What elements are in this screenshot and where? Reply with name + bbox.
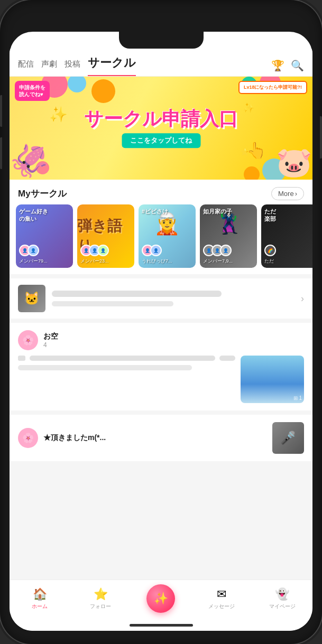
circle-card-3[interactable]: #ビビさけ 🧝 👤 👤 うれびっぴ7...: [139, 204, 196, 268]
home-indicator: [10, 619, 312, 631]
mascot-left-icon: 🦑: [10, 142, 49, 180]
post-1-body: ⊞ 1: [18, 356, 304, 403]
nav-item-tosho[interactable]: 投稿: [65, 59, 80, 73]
post-1-username: お空: [43, 332, 304, 341]
circle-cards-list: ゲーム好きの集い 👤 👤 メンバー79... 弾き語り 👤 👤 👤: [10, 204, 312, 274]
banner[interactable]: 申請条件を 読んでね♥ Lv18になったら申請可能?! ✨ ✨ ⭐ サークル申請…: [10, 77, 312, 180]
screen-content: 配信 声劇 投稿 サークル 🏆 🔍: [10, 49, 312, 580]
center-record-button[interactable]: ✨: [146, 584, 175, 613]
follow-icon: ⭐: [94, 587, 108, 601]
circle-card-3-title: #ビビさけ: [142, 208, 192, 215]
avatar: 👤: [150, 245, 162, 256]
my-circle-title: Myサークル: [18, 188, 67, 200]
nav-item-haishin[interactable]: 配信: [18, 59, 34, 73]
feed-item[interactable]: 🐱 ›: [10, 278, 312, 319]
circle-card-4-title: 如月家の子: [203, 208, 254, 215]
notch: [119, 32, 204, 49]
home-icon: 🏠: [33, 587, 47, 601]
follow-label: フォロー: [90, 603, 111, 610]
my-circle-section-header: Myサークル More ›: [10, 180, 312, 204]
circle-card-5-member: ただ: [264, 258, 274, 265]
post-item-1[interactable]: 🌸 お空 4: [10, 323, 312, 410]
nav-tab-home[interactable]: 🏠 ホーム: [25, 587, 54, 610]
post-1-header: 🌸 お空 4: [18, 330, 304, 350]
circle-card-2-avatars: 👤 👤 👤: [80, 245, 109, 256]
message-label: メッセージ: [208, 603, 235, 610]
circle-card-1-avatars: 👤 👤: [19, 245, 39, 256]
circle-card-5-avatars: 🌈: [264, 245, 276, 256]
nav-tab-message[interactable]: ✉ メッセージ: [207, 587, 236, 610]
circle-card-1[interactable]: ゲーム好きの集い 👤 👤 メンバー79...: [16, 204, 73, 268]
nav-item-seigeki[interactable]: 声劇: [41, 59, 57, 73]
header-nav: 配信 声劇 投稿 サークル: [18, 55, 136, 76]
post-1-user-info: お空 4: [43, 332, 304, 349]
banner-main-content: サークル申請入口 ここをタップしてね: [84, 108, 238, 148]
mypage-icon: 👻: [275, 587, 289, 601]
banner-subtitle: ここをタップしてね: [122, 133, 200, 148]
avatar: 👤: [220, 245, 232, 256]
avatar: 👤: [97, 245, 109, 256]
banner-title: サークル申請入口: [84, 108, 238, 129]
sparkle-icon-2: ✨: [243, 102, 254, 114]
phone-frame: 配信 声劇 投稿 サークル 🏆 🔍: [0, 0, 322, 644]
post-2-avatar: 🌸: [18, 428, 38, 448]
header-icons: 🏆 🔍: [271, 59, 304, 72]
circle-card-1-title: ゲーム好きの集い: [19, 208, 70, 223]
avatar: 🌈: [264, 245, 276, 256]
center-sparkle-icon: ✨: [154, 592, 168, 605]
post-1-image: ⊞ 1: [241, 356, 304, 403]
post-1-avatar: 🌸: [18, 330, 38, 350]
post-item-2[interactable]: 🌸 ★頂きましたm(*... 🎤: [10, 415, 312, 461]
avatar: 👤: [27, 245, 39, 256]
message-icon: ✉: [217, 587, 226, 601]
post-1-text-bar: [18, 365, 192, 370]
center-btn-wrapper: ✨: [146, 584, 175, 613]
bottom-spacer: [10, 461, 312, 470]
circle-card-5[interactable]: ただ楽部 🌈 ただ: [261, 204, 312, 268]
nav-item-circle[interactable]: サークル: [88, 55, 136, 76]
circle-card-3-avatars: 👤 👤: [142, 245, 162, 256]
post-1-action-bars: [18, 356, 235, 361]
circle-card-4-img: 🦹: [216, 212, 241, 235]
circle-card-3-member: うれびっぴ7...: [142, 258, 172, 265]
circle-card-1-member: メンバー79...: [19, 258, 48, 265]
post-2-thumbnail: 🎤: [272, 422, 304, 454]
mascot-right-icon: 🐷: [276, 145, 312, 180]
banner-top-right-badge: Lv18になったら申請可能?!: [238, 81, 307, 94]
phone-screen: 配信 声劇 投稿 サークル 🏆 🔍: [10, 32, 312, 631]
more-button[interactable]: More ›: [271, 187, 304, 200]
nav-tab-follow[interactable]: ⭐ フォロー: [86, 587, 115, 610]
tap-hand-icon: 👆: [246, 141, 266, 160]
post-1-count: 4: [43, 341, 304, 349]
cat-avatar: 🐱: [18, 285, 45, 312]
post-2-info: ★頂きましたm(*...: [43, 433, 267, 443]
home-label: ホーム: [32, 603, 48, 610]
circle-card-4-avatars: 👤 👤 👤: [203, 245, 232, 256]
circle-card-5-title: ただ楽部: [264, 208, 312, 223]
trophy-icon[interactable]: 🏆: [271, 59, 284, 72]
mypage-label: マイページ: [269, 603, 296, 610]
feed-arrow-icon: ›: [301, 293, 304, 304]
search-icon[interactable]: 🔍: [291, 59, 304, 72]
circle-card-4[interactable]: 如月家の子 🦹 👤 👤 👤 メンバー7,9...: [200, 204, 257, 268]
circle-card-2-member: メンバー23...: [80, 258, 109, 265]
bottom-nav: 🏠 ホーム ⭐ フォロー ✨ ✉ メッセージ 👻 マイページ: [10, 580, 312, 619]
feed-name-placeholder: [52, 291, 222, 297]
banner-top-left-badge: 申請条件を 読んでね♥: [15, 81, 50, 101]
volume-up-button: [0, 95, 2, 127]
post-2-title: ★頂きましたm(*...: [43, 433, 267, 443]
feed-text-placeholder: [52, 301, 173, 306]
post-1-text: [18, 356, 235, 370]
feed-content: [52, 291, 295, 306]
sparkle-icon: ✨: [49, 106, 68, 123]
nav-tab-mypage[interactable]: 👻 マイページ: [268, 587, 297, 610]
home-bar: [130, 624, 193, 627]
volume-down-button: [0, 137, 2, 169]
circle-card-2[interactable]: 弾き語り 👤 👤 👤 メンバー23...: [77, 204, 134, 268]
circle-card-4-member: メンバー7,9...: [203, 258, 233, 265]
power-button: [320, 116, 322, 158]
header: 配信 声劇 投稿 サークル 🏆 🔍: [10, 49, 312, 77]
